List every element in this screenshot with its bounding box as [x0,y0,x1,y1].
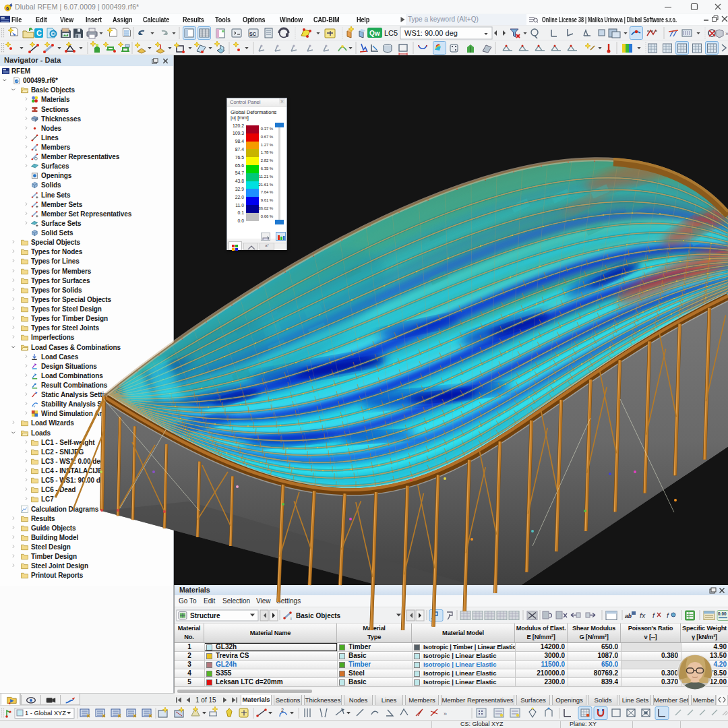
svg-text:f: f [667,611,669,619]
svg-text:6: 6 [6,5,9,11]
svg-text:LC5: LC5 [384,29,398,37]
svg-text:WS1: 90.00 deg: WS1: 90.00 deg [404,29,458,37]
svg-text:f: f [653,611,655,619]
svg-text:I: I [291,617,292,621]
svg-text:1 - Global XYZ: 1 - Global XYZ [25,710,66,717]
svg-text:fx: fx [640,611,646,619]
svg-text:»: » [725,30,728,37]
svg-text:Qw: Qw [369,30,380,37]
svg-text:2: 2 [281,708,284,712]
svg-text:0.00: 0.00 [718,611,727,616]
svg-text:Basic Objects: Basic Objects [296,612,341,619]
svg-text:»: » [444,710,447,717]
svg-text:Structure: Structure [190,612,220,619]
svg-text:C: C [36,29,42,37]
svg-text:ab: ab [625,613,632,619]
svg-text:SC: SC [249,32,256,36]
